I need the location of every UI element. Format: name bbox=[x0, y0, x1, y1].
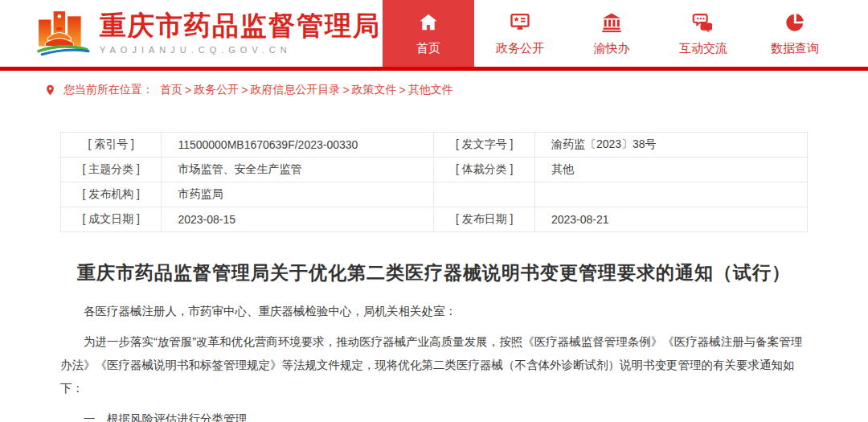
nav-tab-label: 首页 bbox=[416, 41, 440, 56]
nav-tab-interaction[interactable]: 互动交流 bbox=[657, 0, 749, 67]
site-header: 重庆市药品监督管理局 YAOJIANJU.CQ.GOV.CN 首页 政务公开 bbox=[0, 0, 868, 67]
location-pin-icon bbox=[44, 83, 56, 97]
monitor-star-icon bbox=[509, 11, 531, 34]
breadcrumb: 您当前所在位置： 首页 > 政务公开 > 政府信息公开目录 > 政策文件 > 其… bbox=[0, 71, 868, 108]
breadcrumb-item-home[interactable]: 首页 bbox=[160, 83, 182, 97]
meta-label-publish-date: [ 发布日期 ] bbox=[434, 207, 534, 232]
table-row: [ 主题分类 ] 市场监管、安全生产监管 [ 体裁分类 ] 其他 bbox=[61, 158, 808, 182]
table-row: [ 成文日期 ] 2023-08-15 [ 发布日期 ] 2023-08-21 bbox=[61, 207, 808, 232]
site-domain: YAOJIANJU.CQ.GOV.CN bbox=[100, 45, 381, 55]
site-logo[interactable]: 重庆市药品监督管理局 YAOJIANJU.CQ.GOV.CN bbox=[37, 10, 381, 58]
meta-value-genre-class: 其他 bbox=[534, 158, 807, 182]
nav-tab-data-query[interactable]: 数据查询 bbox=[749, 0, 841, 67]
table-row: [ 索引号 ] 11500000MB1670639F/2023-00330 [ … bbox=[61, 133, 808, 158]
paragraph-intro: 为进一步落实“放管服”改革和优化营商环境要求，推动医疗器械产业高质量发展，按照《… bbox=[60, 330, 808, 400]
nav-tab-label: 互动交流 bbox=[679, 41, 727, 56]
nav-tab-gov-affairs[interactable]: 政务公开 bbox=[474, 0, 566, 67]
breadcrumb-item-policy-files[interactable]: 政策文件 bbox=[352, 83, 397, 97]
home-icon bbox=[417, 11, 440, 34]
document-meta-table: [ 索引号 ] 11500000MB1670639F/2023-00330 [ … bbox=[60, 132, 808, 232]
table-row: [ 发布机构 ] 市药监局 bbox=[61, 182, 808, 207]
meta-value-written-date: 2023-08-15 bbox=[162, 207, 434, 232]
nav-tab-label: 数据查询 bbox=[771, 41, 819, 56]
pie-chart-icon bbox=[784, 11, 806, 34]
document-title: 重庆市药品监督管理局关于优化第二类医疗器械说明书变更管理要求的通知（试行） bbox=[60, 260, 808, 285]
meta-label-issuing-agency: [ 发布机构 ] bbox=[61, 182, 162, 207]
meta-value-topic-class: 市场监管、安全生产监管 bbox=[162, 158, 434, 182]
paragraph-section-1-heading: 一、根据风险评估进行分类管理 bbox=[60, 408, 808, 422]
breadcrumb-item-info-directory[interactable]: 政府信息公开目录 bbox=[250, 83, 340, 97]
meta-label-topic-class: [ 主题分类 ] bbox=[61, 158, 162, 182]
site-name: 重庆市药品监督管理局 bbox=[100, 12, 381, 40]
meta-label-index-no: [ 索引号 ] bbox=[61, 133, 162, 158]
paragraph-salutation: 各医疗器械注册人，市药审中心、重庆器械检验中心，局机关相关处室： bbox=[60, 300, 808, 323]
meta-label-empty bbox=[434, 182, 534, 207]
meta-label-written-date: [ 成文日期 ] bbox=[61, 207, 162, 232]
breadcrumb-separator: > bbox=[342, 84, 349, 96]
brand-text: 重庆市药品监督管理局 YAOJIANJU.CQ.GOV.CN bbox=[100, 12, 381, 55]
breadcrumb-item-gov-affairs[interactable]: 政务公开 bbox=[194, 83, 239, 97]
meta-value-index-no: 11500000MB1670639F/2023-00330 bbox=[162, 133, 434, 158]
main-nav: 首页 政务公开 渝快办 bbox=[383, 0, 841, 67]
nav-tab-label: 渝快办 bbox=[594, 41, 630, 56]
meta-value-empty bbox=[534, 182, 807, 207]
chat-bubbles-icon bbox=[692, 11, 714, 34]
breadcrumb-separator: > bbox=[185, 84, 191, 96]
meta-value-issuing-agency: 市药监局 bbox=[162, 182, 434, 207]
document-body: 各医疗器械注册人，市药审中心、重庆器械检验中心，局机关相关处室： 为进一步落实“… bbox=[60, 300, 808, 422]
nav-tab-yukuaiban[interactable]: 渝快办 bbox=[566, 0, 657, 67]
logo-building-icon bbox=[37, 10, 90, 58]
breadcrumb-separator: > bbox=[399, 84, 406, 96]
meta-value-publish-date: 2023-08-21 bbox=[534, 207, 807, 232]
meta-label-genre-class: [ 体裁分类 ] bbox=[434, 158, 534, 182]
breadcrumb-prefix: 您当前所在位置： bbox=[63, 83, 154, 97]
government-building-icon bbox=[600, 11, 623, 34]
breadcrumb-separator: > bbox=[241, 84, 248, 96]
document-page: [ 索引号 ] 11500000MB1670639F/2023-00330 [ … bbox=[60, 132, 808, 422]
meta-label-doc-no: [ 发文字号 ] bbox=[434, 133, 534, 158]
nav-tab-label: 政务公开 bbox=[496, 41, 544, 56]
nav-tab-home[interactable]: 首页 bbox=[383, 0, 474, 67]
breadcrumb-item-other-files[interactable]: 其他文件 bbox=[408, 83, 453, 97]
meta-value-doc-no: 渝药监〔2023〕38号 bbox=[534, 133, 807, 158]
